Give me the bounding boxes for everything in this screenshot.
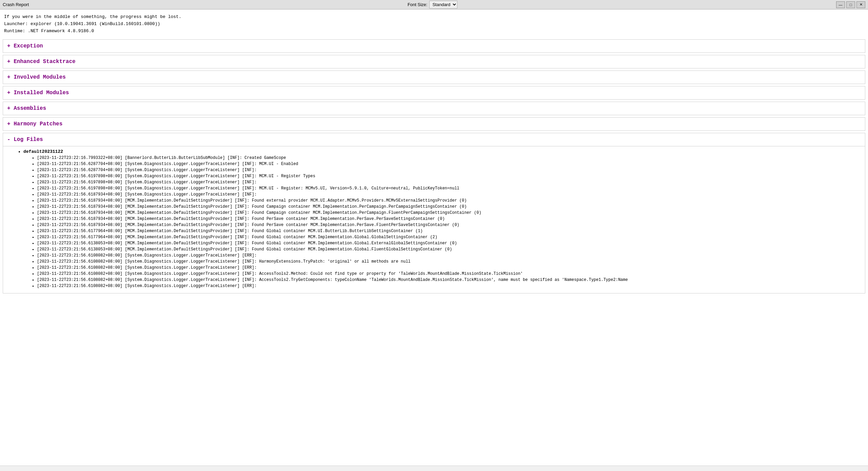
log-entry: [2023-11-22T23:21:56.6197898+08:00] [Sys… [37, 179, 861, 185]
section-toggle-installed-modules[interactable]: + Installed Modules [7, 90, 69, 96]
log-entry: [2023-11-22T23:21:56.6108082+08:00] [Sys… [37, 283, 861, 289]
top-info: If you were in the middle of something, … [0, 12, 868, 37]
section-toggle-enhanced-stacktrace[interactable]: + Enhanced Stacktrace [7, 59, 76, 65]
log-entry: [2023-11-22T23:21:56.6177964+08:00] [MCM… [37, 228, 861, 234]
log-file-list: default20231122 [2023-11-22T23:22:16.799… [11, 149, 861, 289]
section-enhanced-stacktrace: + Enhanced Stacktrace [3, 55, 865, 68]
font-size-select[interactable]: Small Standard Large [429, 1, 457, 8]
log-entry: [2023-11-22T23:21:56.6287704+08:00] [Sys… [37, 161, 861, 167]
title-bar: Crash Report Font Size: Small Standard L… [0, 0, 868, 9]
section-toggle-involved-modules[interactable]: + Involved Modules [7, 74, 66, 80]
log-entry: [2023-11-22T23:21:56.6187934+08:00] [MCM… [37, 204, 861, 210]
content-area[interactable]: If you were in the middle of something, … [0, 9, 868, 466]
log-entry: [2023-11-22T23:21:56.6187934+08:00] [MCM… [37, 222, 861, 228]
section-installed-modules: + Installed Modules [3, 86, 865, 100]
section-header-harmony-patches[interactable]: + Harmony Patches [3, 118, 865, 130]
window-title: Crash Report [3, 2, 29, 7]
log-entry: [2023-11-22T23:21:56.6197898+08:00] [Sys… [37, 185, 861, 191]
log-entry: [2023-11-22T23:21:56.6187934+08:00] [Sys… [37, 191, 861, 198]
launcher-text: Launcher: explorer (10.0.19041.3691 (Win… [4, 21, 864, 28]
title-bar-buttons: — □ ✕ [836, 1, 865, 8]
section-header-assemblies[interactable]: + Assemblies [3, 102, 865, 115]
log-content: default20231122 [2023-11-22T23:22:16.799… [3, 146, 865, 293]
crash-report-window: Crash Report Font Size: Small Standard L… [0, 0, 868, 471]
log-entry: [2023-11-22T23:22:16.7993322+08:00] [Ban… [37, 155, 861, 161]
log-entry: [2023-11-22T23:21:56.6287704+08:00] [Sys… [37, 167, 861, 173]
section-header-enhanced-stacktrace[interactable]: + Enhanced Stacktrace [3, 55, 865, 68]
section-header-installed-modules[interactable]: + Installed Modules [3, 86, 865, 99]
log-entry: [2023-11-22T23:21:56.6108082+08:00] [Sys… [37, 265, 861, 271]
log-entry: [2023-11-22T23:21:56.6108082+08:00] [Sys… [37, 271, 861, 277]
section-toggle-log-files[interactable]: - Log Files [7, 137, 43, 143]
section-log-files: - Log Files default20231122 [2023-11-22T… [3, 133, 865, 293]
log-entry: [2023-11-22T23:21:56.6177964+08:00] [MCM… [37, 234, 861, 240]
section-toggle-exception[interactable]: + Exception [7, 43, 43, 49]
log-entry: [2023-11-22T23:21:56.6197898+08:00] [Sys… [37, 173, 861, 179]
log-entry: [2023-11-22T23:21:56.6108082+08:00] [Sys… [37, 259, 861, 265]
log-file-item: default20231122 [2023-11-22T23:22:16.799… [11, 149, 861, 289]
restore-button[interactable]: □ [846, 1, 855, 8]
font-size-row: Font Size: Small Standard Large [408, 1, 458, 8]
log-entry: [2023-11-22T23:21:56.6138053+08:00] [MCM… [37, 246, 861, 252]
log-entry: [2023-11-22T23:21:56.6108082+08:00] [Sys… [37, 252, 861, 259]
section-harmony-patches: + Harmony Patches [3, 117, 865, 131]
minimize-button[interactable]: — [836, 1, 845, 8]
log-file-name: default20231122 [23, 149, 861, 154]
log-entry: [2023-11-22T23:21:56.6187934+08:00] [MCM… [37, 198, 861, 204]
section-header-exception[interactable]: + Exception [3, 40, 865, 53]
close-button[interactable]: ✕ [856, 1, 865, 8]
section-involved-modules: + Involved Modules [3, 70, 865, 84]
section-toggle-harmony-patches[interactable]: + Harmony Patches [7, 121, 62, 127]
horizontal-scrollbar[interactable] [0, 466, 868, 471]
runtime-text: Runtime: .NET Framework 4.8.9186.0 [4, 28, 864, 35]
warning-text: If you were in the middle of something, … [4, 14, 864, 21]
log-entry: [2023-11-22T23:21:56.6187934+08:00] [MCM… [37, 210, 861, 216]
log-entry: [2023-11-22T23:21:56.6187934+08:00] [MCM… [37, 216, 861, 222]
section-toggle-assemblies[interactable]: + Assemblies [7, 105, 46, 111]
section-header-involved-modules[interactable]: + Involved Modules [3, 71, 865, 84]
log-entry: [2023-11-22T23:21:56.6138053+08:00] [MCM… [37, 240, 861, 246]
log-entries: [2023-11-22T23:22:16.7993322+08:00] [Ban… [18, 155, 861, 289]
section-exception: + Exception [3, 39, 865, 53]
log-entry: [2023-11-22T23:21:56.6108082+08:00] [Sys… [37, 277, 861, 283]
section-header-log-files[interactable]: - Log Files [3, 133, 865, 146]
font-size-label: Font Size: [408, 2, 428, 7]
section-assemblies: + Assemblies [3, 102, 865, 115]
